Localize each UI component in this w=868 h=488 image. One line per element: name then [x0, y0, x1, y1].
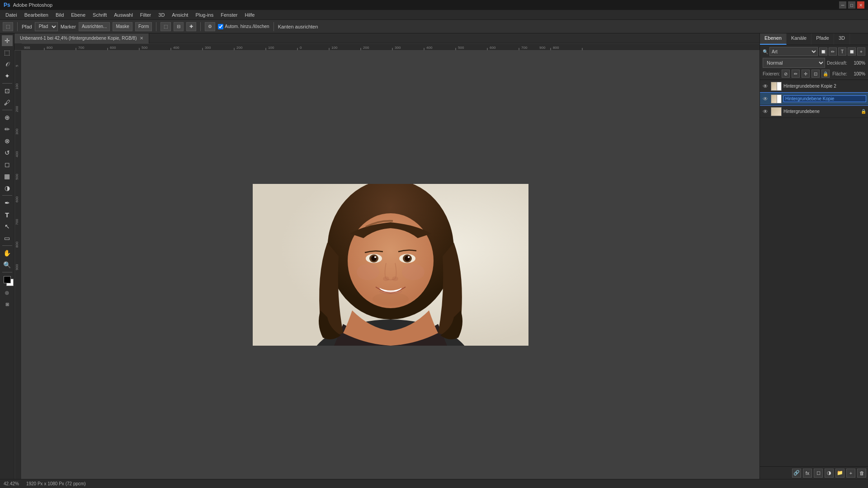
tool-magic-wand[interactable]: ✦: [2, 70, 13, 81]
marker-label: Marker: [61, 24, 76, 29]
tool-sep-4: [2, 245, 12, 246]
opacity-value[interactable]: 100%: [849, 61, 865, 66]
menu-plugins[interactable]: Plug-ins: [192, 11, 217, 19]
tool-brush[interactable]: ✏: [2, 124, 13, 135]
tool-shape[interactable]: ▭: [2, 233, 13, 244]
tool-move[interactable]: ✛: [2, 35, 13, 46]
svg-text:5: 5: [15, 65, 19, 67]
path-dropdown[interactable]: Pfad: [35, 22, 58, 31]
foreground-color[interactable]: [4, 276, 11, 283]
select-region-btn[interactable]: ⬚: [160, 22, 171, 31]
layer-more-btn[interactable]: +: [857, 47, 865, 56]
layer-smart-btn[interactable]: 🔲: [848, 47, 856, 56]
layer-text-btn[interactable]: T: [838, 47, 846, 56]
lock-transparent-btn[interactable]: ⊘: [782, 70, 790, 78]
tool-gradient[interactable]: ▦: [2, 171, 13, 182]
tool-clone[interactable]: ⊗: [2, 136, 13, 146]
menu-fenster[interactable]: Fenster: [217, 11, 241, 19]
tool-select-rect[interactable]: ⬚: [2, 47, 13, 58]
svg-text:600: 600: [15, 196, 19, 202]
layer-delete-btn[interactable]: 🗑: [857, 469, 866, 478]
quick-mask-btn[interactable]: ◎: [2, 287, 13, 298]
ausrichten-btn[interactable]: Ausrichten...: [79, 22, 110, 31]
blend-mode-select[interactable]: Normal Auflösen Abdunkeln Multiplizieren…: [763, 58, 825, 68]
tab-ebenen[interactable]: Ebenen: [760, 33, 787, 45]
svg-text:400: 400: [173, 46, 179, 50]
autom-label: Autom. hinzu./löschen: [218, 24, 269, 29]
fill-value[interactable]: 100%: [849, 71, 865, 76]
layer-new-btn[interactable]: +: [846, 469, 855, 478]
menu-auswahl[interactable]: Auswahl: [110, 11, 137, 19]
menu-ansicht[interactable]: Ansicht: [168, 11, 192, 19]
screen-mode-btn[interactable]: ⊞: [2, 299, 13, 310]
tool-preset-btn[interactable]: ⬚: [3, 22, 13, 31]
layer-thumbnail-1: [771, 107, 782, 116]
menu-bearbeiten[interactable]: Bearbeiten: [21, 11, 52, 19]
path-label: Pfad: [22, 24, 32, 29]
menu-3d[interactable]: 3D: [155, 11, 168, 19]
tab-3d[interactable]: 3D: [834, 33, 850, 45]
minimize-button[interactable]: ─: [839, 1, 846, 9]
lock-all-btn[interactable]: 🔒: [821, 70, 830, 78]
tool-path-select[interactable]: ↖: [2, 221, 13, 232]
maximize-button[interactable]: □: [848, 1, 855, 9]
autom-checkbox[interactable]: [218, 24, 223, 29]
tool-text[interactable]: T: [2, 209, 13, 220]
document-tab[interactable]: Unbenannt-1 bei 42,4% (Hintergrundebene …: [14, 33, 149, 43]
tool-history-brush[interactable]: ↺: [2, 147, 13, 158]
tool-healing[interactable]: ⊕: [2, 112, 13, 123]
tool-dodge[interactable]: ◑: [2, 183, 13, 193]
tab-pfade[interactable]: Pfade: [811, 33, 834, 45]
lock-image-btn[interactable]: ✏: [792, 70, 800, 78]
layer-group-btn[interactable]: 📁: [835, 469, 844, 478]
layer-adjustment-btn[interactable]: ◑: [825, 469, 834, 478]
menu-datei[interactable]: Datei: [2, 11, 21, 19]
tool-lasso[interactable]: 𝒪: [2, 59, 13, 70]
layer-item-1[interactable]: 👁 Hintergrundebene 🔒: [760, 105, 868, 118]
filter-type-dropdown[interactable]: Art: [769, 47, 818, 56]
svg-text:500: 500: [142, 46, 148, 50]
layer-mask-btn[interactable]: ◻: [814, 469, 823, 478]
lock-artboard-btn[interactable]: ⊡: [811, 70, 820, 78]
form-btn[interactable]: Form: [135, 22, 152, 31]
layer-style-btn[interactable]: fx: [803, 469, 812, 478]
blend-mode-row: Normal Auflösen Abdunkeln Multiplizieren…: [763, 58, 865, 68]
menu-ebene[interactable]: Ebene: [67, 11, 89, 19]
tool-eraser[interactable]: ◻: [2, 159, 13, 170]
layer-adj-btn[interactable]: ✏: [829, 47, 837, 56]
tool-hand[interactable]: ✋: [2, 248, 13, 258]
tool-crop[interactable]: ⊡: [2, 85, 13, 96]
layer-thumbnail-3: [771, 82, 782, 91]
svg-text:700: 700: [78, 46, 85, 50]
maske-btn[interactable]: Maske: [113, 22, 132, 31]
svg-text:900: 900: [15, 264, 19, 270]
settings-btn[interactable]: ⚙: [205, 22, 215, 31]
svg-text:500: 500: [15, 174, 19, 180]
menu-schrift[interactable]: Schrift: [89, 11, 110, 19]
layer-visibility-2[interactable]: 👁: [762, 95, 769, 103]
lock-position-btn[interactable]: ✛: [802, 70, 810, 78]
layer-item-2[interactable]: 👁: [760, 93, 868, 105]
layer-name-input-2[interactable]: [783, 95, 866, 102]
canvas-with-ruler: 5 100 200 300 400 500 600 700 800 900: [14, 51, 760, 479]
layer-visibility-1[interactable]: 👁: [762, 108, 769, 115]
layer-visibility-3[interactable]: 👁: [762, 83, 769, 90]
menu-bild[interactable]: Bild: [52, 11, 67, 19]
tab-close-btn[interactable]: ✕: [140, 36, 143, 41]
tab-kanaele[interactable]: Kanäle: [787, 33, 811, 45]
window-controls[interactable]: ─ □ ✕: [839, 1, 864, 9]
close-button[interactable]: ✕: [857, 1, 864, 9]
layer-kind-btn[interactable]: 🔲: [819, 47, 827, 56]
tool-eyedropper[interactable]: 🖋: [2, 97, 13, 108]
canvas-viewport[interactable]: [22, 51, 760, 479]
svg-text:700: 700: [521, 46, 528, 50]
tool-zoom[interactable]: 🔍: [2, 259, 13, 270]
layer-item-3[interactable]: 👁 Hintergrundebene Kopie 2: [760, 80, 868, 93]
svg-text:200: 200: [363, 46, 369, 50]
menu-filter[interactable]: Filter: [137, 11, 155, 19]
select-region-btn2[interactable]: ⊟: [174, 22, 184, 31]
menu-hilfe[interactable]: Hilfe: [241, 11, 258, 19]
layer-link-btn[interactable]: 🔗: [792, 469, 801, 478]
select-region-btn3[interactable]: ✚: [186, 22, 196, 31]
tool-pen[interactable]: ✒: [2, 197, 13, 208]
